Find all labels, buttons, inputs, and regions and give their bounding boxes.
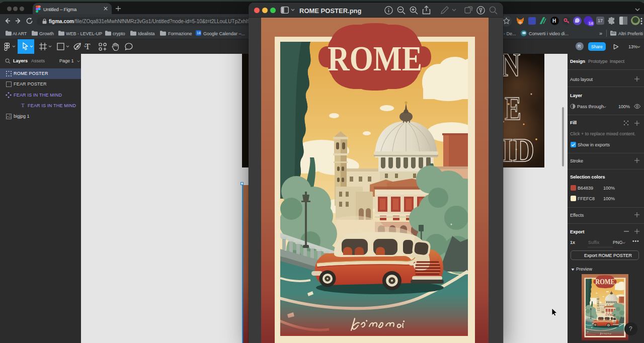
svg-text:ID: ID xyxy=(502,131,534,167)
svg-text:N: N xyxy=(501,54,520,83)
svg-text:E: E xyxy=(505,89,521,127)
